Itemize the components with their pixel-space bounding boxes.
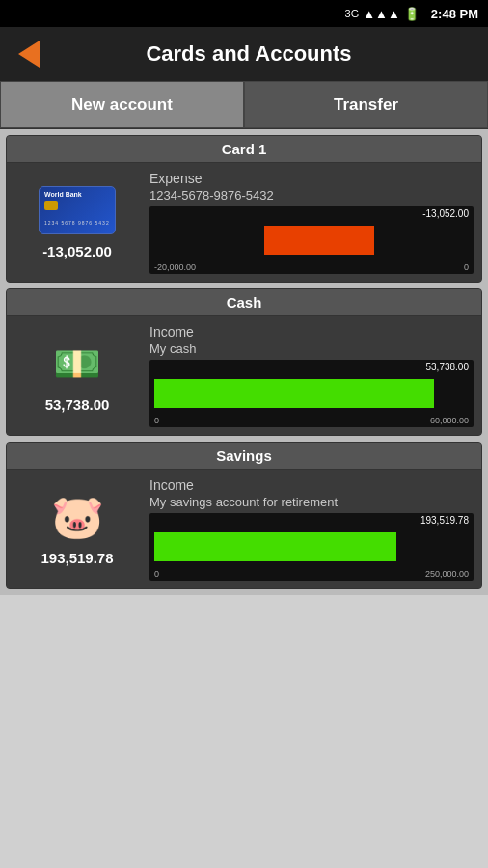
cash-balance: 53,738.00 <box>45 396 110 413</box>
tab-new-account-label: New account <box>71 95 173 115</box>
accounts-list: Card 1 World Bank 1234 5678 9876 5432 -1… <box>0 129 488 595</box>
cash-chart-value: 53,738.00 <box>426 362 470 372</box>
status-time: 2:48 PM <box>431 7 478 21</box>
card1-bar <box>264 226 374 254</box>
savings-chart-bar-area <box>154 527 469 567</box>
card1-left: World Bank 1234 5678 9876 5432 -13,052.0… <box>14 171 140 274</box>
credit-card-icon: World Bank 1234 5678 9876 5432 <box>39 186 116 234</box>
savings-max-label: 250,000.00 <box>425 569 469 579</box>
status-bar: 3G ▲▲▲ 🔋 2:48 PM <box>0 0 488 27</box>
cash-axis-labels: 0 60,000.00 <box>154 416 469 425</box>
card1-max-label: 0 <box>464 262 469 272</box>
back-button[interactable] <box>12 37 46 71</box>
card1-type: Expense <box>149 171 474 186</box>
card1-chart-bar-area <box>154 220 469 260</box>
cash-left: 💵 53,738.00 <box>14 324 140 427</box>
card1-title: Card 1 <box>7 136 481 163</box>
cash-icon-container: 💵 <box>39 339 116 389</box>
card1-right: Expense 1234-5678-9876-5432 -13,052.00 -… <box>149 171 474 274</box>
cash-title: Cash <box>7 289 481 316</box>
savings-chart-value: 193,519.78 <box>420 515 469 526</box>
tab-transfer-label: Transfer <box>334 95 398 115</box>
savings-bar <box>154 532 396 560</box>
card1-axis-labels: -20,000.00 0 <box>154 262 469 272</box>
savings-min-label: 0 <box>154 569 159 579</box>
cash-body: 💵 53,738.00 Income My cash 53,738.00 0 <box>7 316 481 435</box>
savings-balance: 193,519.78 <box>41 550 113 566</box>
cash-max-label: 60,000.00 <box>430 416 469 425</box>
savings-type: Income <box>149 477 474 493</box>
savings-title: Savings <box>7 443 481 470</box>
cash-name: My cash <box>149 341 474 356</box>
account-card-savings[interactable]: Savings 🐷 193,519.78 Income My savings a… <box>6 442 482 589</box>
piggy-bank-icon: 🐷 <box>51 492 104 542</box>
card-chip <box>44 201 58 210</box>
card1-chart: -13,052.00 -20,000.00 0 <box>149 206 474 274</box>
page-title: Cards and Accounts <box>56 41 442 67</box>
savings-body: 🐷 193,519.78 Income My savings account f… <box>7 470 481 588</box>
savings-name: My savings account for retirement <box>149 495 474 509</box>
cash-bar <box>154 379 434 407</box>
cash-chart-bar-area <box>154 373 469 414</box>
card1-chart-value: -13,052.00 <box>422 208 469 219</box>
cash-type: Income <box>149 324 474 339</box>
savings-axis-labels: 0 250,000.00 <box>154 569 469 579</box>
card1-name: 1234-5678-9876-5432 <box>149 188 474 203</box>
card1-icon: World Bank 1234 5678 9876 5432 <box>39 185 116 235</box>
network-indicator: 3G <box>345 8 360 19</box>
tab-new-account[interactable]: New account <box>0 81 244 128</box>
savings-icon-container: 🐷 <box>39 492 116 542</box>
signal-icon: ▲▲▲ <box>363 7 400 21</box>
card1-min-label: -20,000.00 <box>154 262 196 272</box>
account-card-cash[interactable]: Cash 💵 53,738.00 Income My cash 53,738.0… <box>6 288 482 436</box>
cash-chart: 53,738.00 0 60,000.00 <box>149 360 474 427</box>
cash-min-label: 0 <box>154 416 159 425</box>
status-icons: 3G ▲▲▲ 🔋 2:48 PM <box>345 7 478 21</box>
tab-transfer[interactable]: Transfer <box>244 81 488 128</box>
savings-right: Income My savings account for retirement… <box>149 477 474 581</box>
savings-left: 🐷 193,519.78 <box>14 477 140 581</box>
savings-chart: 193,519.78 0 250,000.00 <box>149 513 474 581</box>
cash-icon: 💵 <box>53 341 101 387</box>
card1-body: World Bank 1234 5678 9876 5432 -13,052.0… <box>7 163 481 282</box>
header: Cards and Accounts <box>0 27 488 81</box>
cash-right: Income My cash 53,738.00 0 60,000.00 <box>149 324 474 427</box>
tab-bar: New account Transfer <box>0 81 488 129</box>
account-card-1[interactable]: Card 1 World Bank 1234 5678 9876 5432 -1… <box>6 135 482 283</box>
card1-balance: -13,052.00 <box>42 243 112 259</box>
battery-icon: 🔋 <box>404 7 420 21</box>
back-arrow-icon <box>18 41 40 68</box>
